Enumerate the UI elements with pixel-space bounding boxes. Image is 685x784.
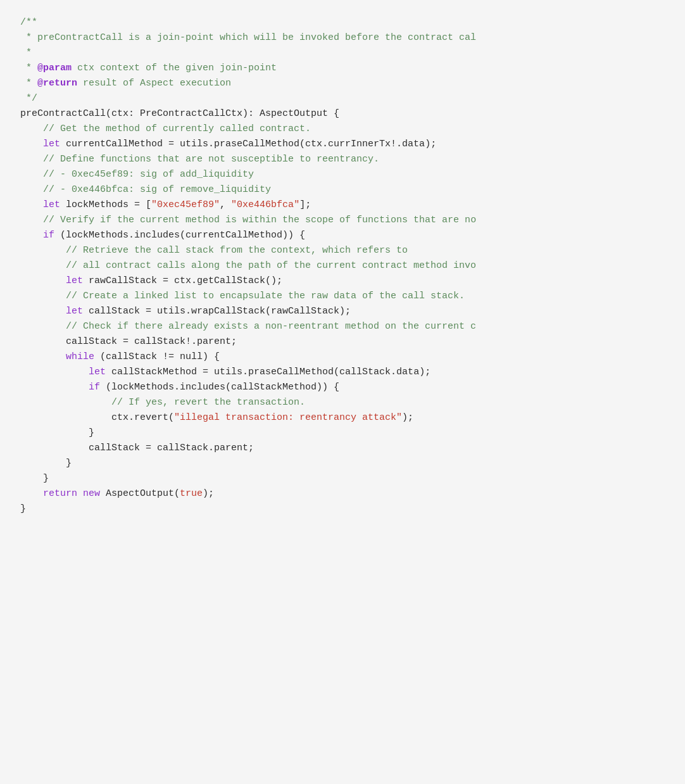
code-token: "0xe446bfca" [231,199,299,210]
code-token [20,351,66,362]
code-token: let [66,306,83,317]
code-line: callStack = callStack!.parent; [20,334,665,350]
code-token [20,245,66,256]
code-token: } [20,458,72,469]
code-token: new [83,488,100,499]
code-line: // If yes, revert the transaction. [20,395,665,410]
code-token: ]; [299,199,311,210]
code-token: // Check if there already exists a non-r… [66,321,476,332]
code-token [20,199,43,210]
code-token: lockMethods = [ [60,199,151,210]
code-token [20,397,111,408]
code-token: * [20,47,32,58]
code-line: let currentCallMethod = utils.praseCallM… [20,137,665,152]
code-line: /** [20,15,665,30]
code-token: ); [402,412,413,423]
code-token [20,306,66,317]
code-line: while (callStack != null) { [20,350,665,365]
code-line: // Define functions that are not suscept… [20,152,665,167]
code-line: let callStackMethod = utils.praseCallMet… [20,365,665,380]
code-token: if [89,382,100,393]
code-token [20,230,43,241]
code-token: */ [20,93,37,104]
code-token: // all contract calls along the path of … [66,260,476,271]
code-token [20,367,89,377]
code-line: // Create a linked list to encapsulate t… [20,289,665,304]
code-token: /** [20,17,37,28]
code-token [20,382,89,393]
code-token: callStack = utils.wrapCallStack(rawCallS… [83,306,351,317]
code-token: // Verify if the current method is withi… [43,215,476,225]
code-token: * [20,78,37,89]
code-line: callStack = callStack.parent; [20,441,665,456]
code-token: } [20,427,94,438]
code-token: let [89,367,106,377]
code-line: */ [20,91,665,106]
code-token: * preContractCall is a join-point which … [20,32,476,43]
code-token: // Get the method of currently called co… [43,123,311,134]
code-line: // Get the method of currently called co… [20,122,665,137]
code-line: } [20,456,665,471]
code-line: let callStack = utils.wrapCallStack(rawC… [20,304,665,319]
code-token: @return [37,78,77,89]
code-line: preContractCall(ctx: PreContractCallCtx)… [20,106,665,122]
code-token: @param [37,63,72,73]
code-token: let [66,275,83,286]
code-line: * preContractCall is a join-point which … [20,30,665,46]
code-token [20,321,66,332]
code-token: , [220,199,231,210]
code-token [20,260,66,271]
code-token [20,169,43,180]
code-token: true [180,488,203,499]
code-token [20,275,66,286]
code-line: // Verify if the current method is withi… [20,213,665,228]
code-token: currentCallMethod = utils.praseCallMetho… [60,139,436,149]
code-token: return [43,488,77,499]
code-token [20,184,43,195]
code-token: while [66,351,94,362]
code-token: // Create a linked list to encapsulate t… [66,291,465,301]
code-token [20,291,66,301]
code-line: } [20,426,665,441]
code-token: ctx context of the given join-point [72,63,277,73]
code-line: // Retrieve the call stack from the cont… [20,243,665,258]
code-token: rawCallStack = ctx.getCallStack(); [83,275,282,286]
code-line: let rawCallStack = ctx.getCallStack(); [20,274,665,289]
code-token [20,154,43,165]
code-token [20,215,43,225]
code-token: let [43,139,60,149]
code-token [20,123,43,134]
code-token: ctx.revert( [20,412,174,423]
code-line: if (lockMethods.includes(callStackMethod… [20,380,665,395]
code-token [20,139,43,149]
code-token: // Define functions that are not suscept… [43,154,379,165]
code-token: // - 0xe446bfca: sig of remove_liquidity [43,184,271,195]
code-line: } [20,471,665,486]
code-block: /** * preContractCall is a join-point wh… [20,15,665,517]
code-token: (callStack != null) { [94,351,220,362]
code-line: return new AspectOutput(true); [20,486,665,502]
code-line: * @param ctx context of the given join-p… [20,61,665,76]
code-token [77,488,83,499]
code-token: preContractCall(ctx: PreContractCallCtx)… [20,108,339,119]
code-token: // If yes, revert the transaction. [111,397,305,408]
code-token: } [20,473,49,484]
code-token: // - 0xec45ef89: sig of add_liquidity [43,169,254,180]
code-token: callStack = callStack.parent; [20,443,254,453]
code-token: "0xec45ef89" [151,199,220,210]
code-token: "illegal transaction: reentrancy attack" [174,412,402,423]
code-token: AspectOutput( [100,488,180,499]
code-token: * [20,63,37,73]
code-line: ctx.revert("illegal transaction: reentra… [20,410,665,426]
code-line: } [20,502,665,517]
code-line: // - 0xe446bfca: sig of remove_liquidity [20,182,665,198]
code-line: if (lockMethods.includes(currentCallMeth… [20,228,665,243]
code-token: (lockMethods.includes(currentCallMethod)… [54,230,305,241]
code-line: * @return result of Aspect execution [20,76,665,91]
code-token: (lockMethods.includes(callStackMethod)) … [100,382,339,393]
code-token: } [20,503,26,514]
code-line: // all contract calls along the path of … [20,258,665,274]
code-token: let [43,199,60,210]
code-token: ); [203,488,214,499]
code-line: // - 0xec45ef89: sig of add_liquidity [20,167,665,182]
